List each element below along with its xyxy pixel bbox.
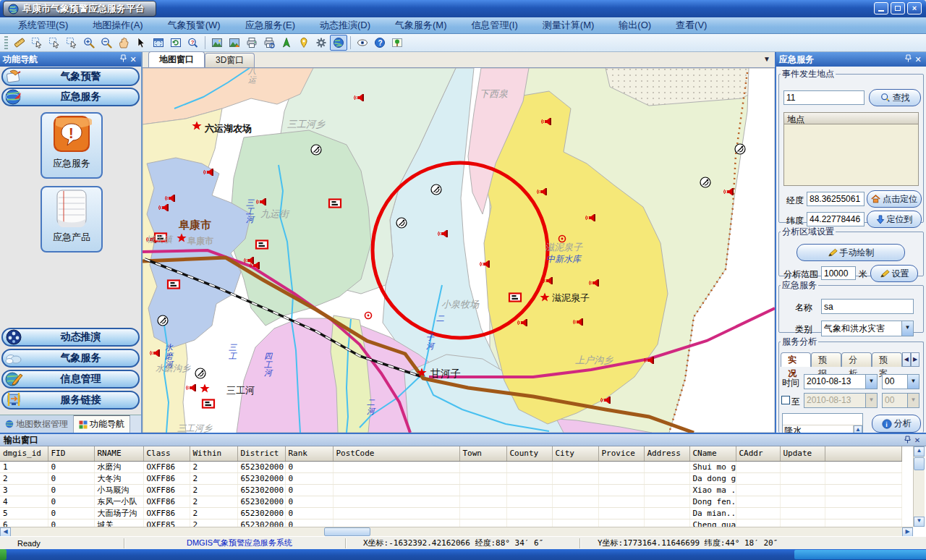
table-row[interactable]: 50大面场子沟OXFF8626523020000Da mian... [0,507,901,519]
place-list[interactable] [783,124,919,186]
column-header[interactable]: CAddr [736,446,780,461]
toolbar-refresh-button[interactable] [167,35,184,51]
service-type-select[interactable]: 气象和洪水灾害 ▼ [821,321,914,336]
menu-dynamic[interactable]: 动态推演(D) [307,17,383,33]
toolbar-help-button[interactable]: ? [371,35,388,51]
tab-forecast[interactable]: 预报 [811,352,841,367]
flag-icon[interactable] [509,294,521,302]
tab-live[interactable]: 实况 [781,352,811,367]
pin-icon[interactable] [903,54,913,64]
toolbar-visibility-button[interactable] [354,35,371,51]
toolbar-print-preview-button[interactable] [260,35,278,51]
table-row[interactable]: 10水磨沟OXFF8626523020000Shui mo gou [0,461,901,472]
toolbar-export-image-button[interactable] [226,35,243,51]
tab-3d-window[interactable]: 3D窗口 [205,53,255,67]
toolbar-identify-button[interactable]: ? [184,35,202,51]
speaker-icon[interactable] [187,384,197,391]
table-row[interactable]: 40东风一小队OXFF8626523020000Dong fen... [0,496,901,507]
tab-map-data-management[interactable]: 地图数据管理 [0,415,74,433]
column-header[interactable]: Within [190,446,237,461]
longitude-input[interactable] [807,192,865,206]
antenna-icon[interactable] [700,177,710,187]
to-checkbox[interactable] [781,396,790,404]
flag-icon[interactable] [203,400,214,408]
chevron-down-icon[interactable]: ▼ [901,321,913,336]
flag-icon[interactable] [256,241,268,249]
column-header[interactable]: Town [459,446,506,461]
scrollbar-thumb[interactable] [324,527,370,536]
restore-button[interactable] [891,2,905,14]
range-input[interactable] [821,266,856,280]
analyze-button[interactable]: i 分析 [872,415,921,433]
toolbar-print-button[interactable] [243,35,260,51]
menu-emergency[interactable]: 应急服务(E) [233,17,307,33]
column-header[interactable]: CName [689,446,736,461]
toolbar-zoom-out-button[interactable] [98,35,115,51]
menu-info[interactable]: 信息管理(I) [459,17,530,33]
column-header[interactable]: Provice [598,446,644,461]
toolbar-zoom-in-button[interactable] [80,35,98,51]
group-service-links[interactable]: 服务链接 [1,391,140,410]
antenna-icon[interactable] [396,218,407,228]
group-weather-services[interactable]: 气象服务 [1,349,140,368]
antenna-icon[interactable] [158,315,168,326]
group-emergency-service[interactable]: 应急服务 [1,88,140,106]
close-icon[interactable]: ✕ [912,436,922,445]
toolbar-grip[interactable] [4,36,8,49]
table-row[interactable]: 30小马厩沟OXFF8626523020000Xiao ma ... [0,484,901,496]
table-vertical-scrollbar[interactable]: ▲ ▼ [913,446,925,527]
tab-analysis[interactable]: 分析 [841,352,872,367]
menu-view[interactable]: 查看(V) [663,17,719,33]
toolbar-emergency-globe-button[interactable] [330,35,347,51]
menu-output[interactable]: 输出(O) [606,17,663,33]
toolbar-north-arrow-button[interactable] [278,35,295,51]
group-info-management[interactable]: 信息管理 [1,370,140,389]
tool-emergency-service[interactable]: ! 应急服务 [41,112,103,179]
manual-draw-button[interactable]: 手动绘制 [797,244,905,261]
tab-scroll-right-icon[interactable]: ▶ [911,352,919,367]
start-button[interactable] [0,549,7,560]
tab-dropdown-icon[interactable]: ▼ [763,55,770,63]
column-header[interactable]: dmgis_id [0,446,48,461]
tool-emergency-product[interactable]: 应急产品 [41,186,103,253]
close-icon[interactable]: ✕ [128,54,138,64]
tab-function-nav[interactable]: 功能导航 [74,415,130,433]
toolbar-select-rect-button[interactable] [28,35,46,51]
toolbar-select-poly-button[interactable] [46,35,63,51]
location-keyword-input[interactable] [783,90,865,105]
chevron-down-icon[interactable]: ▼ [865,375,877,389]
column-header[interactable]: District [237,446,285,461]
toolbar-placemark-button[interactable] [295,35,313,51]
column-header[interactable]: County [506,446,552,461]
menu-system[interactable]: 系统管理(S) [6,17,80,33]
hour-from-select[interactable]: 00▼ [882,374,919,389]
menu-weather-service[interactable]: 气象服务(M) [383,17,459,33]
toolbar-settings-button[interactable] [313,35,330,51]
table-horizontal-scrollbar[interactable]: ◀ ▶ [0,527,913,537]
flag-icon[interactable] [168,281,179,289]
close-icon[interactable]: ✕ [913,54,923,64]
star-icon[interactable] [200,384,209,393]
pin-icon[interactable] [118,54,128,64]
column-header[interactable]: City [552,446,598,461]
antenna-icon[interactable] [311,145,321,155]
toolbar-map-image-button[interactable] [208,35,226,51]
spot-icon[interactable] [365,313,372,319]
antenna-icon[interactable] [431,184,441,195]
group-weather-warning[interactable]: 气象预警 [1,67,140,86]
map-canvas[interactable]: 六运湖农场三工河乡下西泉九运街阜康市城关镇阜康市滋泥泉子中新水库滋泥泉子小泉牧场… [143,68,775,433]
menu-weather-warning[interactable]: 气象预警(W) [156,17,233,33]
column-header[interactable]: Rank [285,446,333,461]
close-button[interactable]: × [907,2,922,14]
minimize-button[interactable] [874,2,888,14]
table-row[interactable]: 20大冬沟OXFF8626523020000Da dong gou [0,472,901,484]
click-locate-button[interactable]: 点击定位 [867,190,922,208]
service-name-input[interactable] [821,299,914,314]
column-header[interactable]: PostCode [333,446,459,461]
scrollbar-thumb[interactable] [914,457,925,470]
toolbar-pan-button[interactable] [115,35,132,51]
pin-icon[interactable] [902,436,912,445]
tab-plan[interactable]: 预案 [872,352,902,367]
column-header[interactable]: Class [143,446,190,461]
toolbar-select-free-button[interactable] [63,35,80,51]
